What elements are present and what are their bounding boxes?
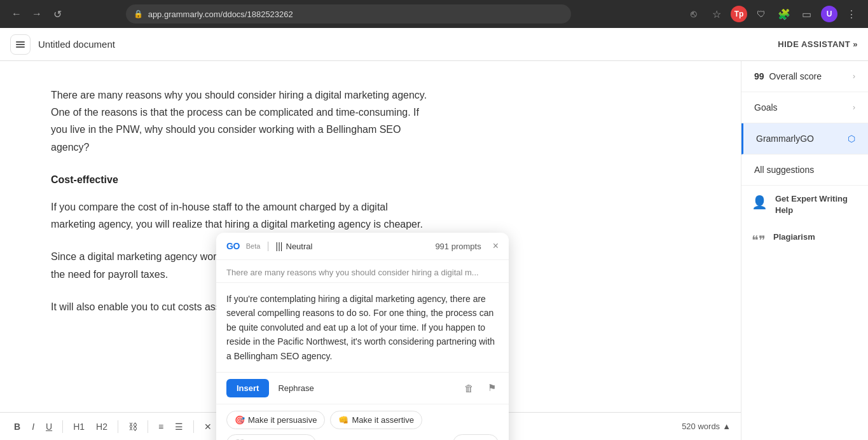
word-count[interactable]: 520 words ▲ <box>682 422 731 431</box>
delete-icon-button[interactable]: 🗑 <box>462 380 476 396</box>
go-actions: Insert Rephrase 🗑 ⚑ <box>216 373 509 404</box>
bold-button[interactable]: B <box>10 419 24 434</box>
chip-assertive[interactable]: 👊 Make it assertive <box>330 411 422 429</box>
sidebar-toggle-icon[interactable]: ▭ <box>798 5 816 23</box>
go-result-text: If you're contemplating hiring a digital… <box>216 283 509 373</box>
h2-button[interactable]: H2 <box>92 419 111 434</box>
shield-icon: 🛡 <box>752 5 770 23</box>
star-icon[interactable]: ☆ <box>708 5 726 23</box>
plagiarism-text: Plagiarism <box>773 231 815 243</box>
grammarlygo-icon: ⬡ <box>848 134 855 144</box>
go-prompts-count: 991 prompts <box>435 242 481 251</box>
suggestions-label: All suggestions <box>754 165 814 175</box>
chip-persuasive-icon: 🎯 <box>235 415 245 425</box>
sidebar-helper-plagiarism[interactable]: ❝❞ Plagiarism <box>741 224 868 256</box>
go-logo: GO <box>226 241 240 251</box>
editor-area[interactable]: There are many reasons why you should co… <box>0 61 741 440</box>
sidebar-item-grammarlygo[interactable]: GrammarlyGO ⬡ <box>741 123 868 155</box>
document-title: Untitled document <box>38 39 115 50</box>
browser-actions: ⎋ ☆ Tp 🛡 🧩 ▭ U ⋮ <box>685 5 860 23</box>
chip-assertive-icon: 👊 <box>338 415 348 425</box>
clear-format-button[interactable]: ✕ <box>200 419 216 434</box>
right-sidebar: 99 Overall score › Goals › GrammarlyGO ⬡… <box>741 61 868 440</box>
extensions-icon[interactable]: 🧩 <box>775 5 793 23</box>
chip-assertive-label: Make it assertive <box>352 415 414 425</box>
user-avatar[interactable]: U <box>821 6 837 22</box>
word-count-text: 520 words <box>682 422 720 431</box>
tone-label: Neutral <box>286 242 313 251</box>
sidebar-item-suggestions[interactable]: All suggestions <box>741 155 868 186</box>
url-text: app.grammarly.com/ddocs/1882523262 <box>148 10 293 19</box>
unordered-list-button[interactable]: ☰ <box>171 419 187 434</box>
menu-button[interactable] <box>10 34 31 55</box>
browser-chrome: ← → ↺ 🔒 app.grammarly.com/ddocs/18825232… <box>0 0 868 28</box>
menu-icon[interactable]: ⋮ <box>843 5 860 23</box>
ordered-list-button[interactable]: ≡ <box>155 419 167 434</box>
grammarlygo-text: GrammarlyGO <box>756 134 814 144</box>
score-chevron: › <box>853 72 855 81</box>
sidebar-helper-expert[interactable]: 👤 Get Expert Writing Help <box>741 186 868 224</box>
grammarly-go-popup: GO Beta | ||| Neutral 991 prompts × Ther… <box>216 233 509 440</box>
go-chips: 🎯 Make it persuasive 👊 Make it assertive… <box>216 404 509 440</box>
flag-icon-button[interactable]: ⚑ <box>485 380 499 396</box>
tone-bars-icon: ||| <box>276 241 283 251</box>
app-header: Untitled document HIDE ASSISTANT » <box>0 28 868 61</box>
paragraph-1: There are many reasons why you should co… <box>51 86 432 156</box>
divider-2 <box>118 420 118 433</box>
back-button[interactable]: ← <box>8 5 25 23</box>
forward-button[interactable]: → <box>28 5 46 23</box>
sidebar-item-goals[interactable]: Goals › <box>741 92 868 123</box>
hide-assistant-button[interactable]: HIDE ASSISTANT » <box>778 39 858 49</box>
nav-group: ← → ↺ <box>8 5 66 23</box>
divider-1 <box>62 420 63 433</box>
go-close-button[interactable]: × <box>488 240 499 252</box>
score-text: Overall score <box>769 71 822 81</box>
chip-confident[interactable]: 🤍 Sound confident <box>226 434 316 440</box>
sidebar-item-score[interactable]: 99 Overall score › <box>741 61 868 92</box>
refresh-button[interactable]: ↺ <box>48 5 66 23</box>
link-button[interactable]: ⛓ <box>125 419 141 434</box>
h1-button[interactable]: H1 <box>69 419 88 434</box>
tp-avatar[interactable]: Tp <box>731 6 747 22</box>
insert-button[interactable]: Insert <box>226 379 269 397</box>
go-beta-label: Beta <box>246 242 261 250</box>
underline-button[interactable]: U <box>42 419 56 434</box>
grammarlygo-label: GrammarlyGO <box>756 134 814 144</box>
goals-chevron: › <box>853 103 855 112</box>
chip-persuasive-label: Make it persuasive <box>248 415 317 425</box>
share-icon[interactable]: ⎋ <box>685 5 703 23</box>
score-number: 99 <box>754 71 764 81</box>
divider-4 <box>193 420 194 433</box>
score-label: 99 Overall score <box>754 71 822 81</box>
go-preview-text: There are many reasons why you should co… <box>216 260 509 283</box>
expert-icon: 👤 <box>752 195 768 210</box>
expert-text: Get Expert Writing Help <box>775 193 858 216</box>
plagiarism-icon: ❝❞ <box>752 233 766 248</box>
goals-label: Goals <box>754 102 778 113</box>
main-layout: There are many reasons why you should co… <box>0 61 868 440</box>
word-count-arrow: ▲ <box>722 422 731 431</box>
heading-cost-effective: Cost-effective <box>51 171 432 188</box>
go-tone[interactable]: ||| Neutral <box>276 241 313 251</box>
chip-persuasive[interactable]: 🎯 Make it persuasive <box>226 411 325 429</box>
rephrase-button[interactable]: Rephrase <box>275 379 316 397</box>
address-bar[interactable]: 🔒 app.grammarly.com/ddocs/1882523262 <box>126 4 571 24</box>
more-prompts-button[interactable]: ⊞ More <box>453 434 499 440</box>
go-popup-header: GO Beta | ||| Neutral 991 prompts × <box>216 233 509 260</box>
lock-icon: 🔒 <box>134 10 143 18</box>
divider-3 <box>148 420 148 433</box>
italic-button[interactable]: I <box>28 419 38 434</box>
paragraph-2: If you compare the cost of in-house staf… <box>51 198 432 233</box>
